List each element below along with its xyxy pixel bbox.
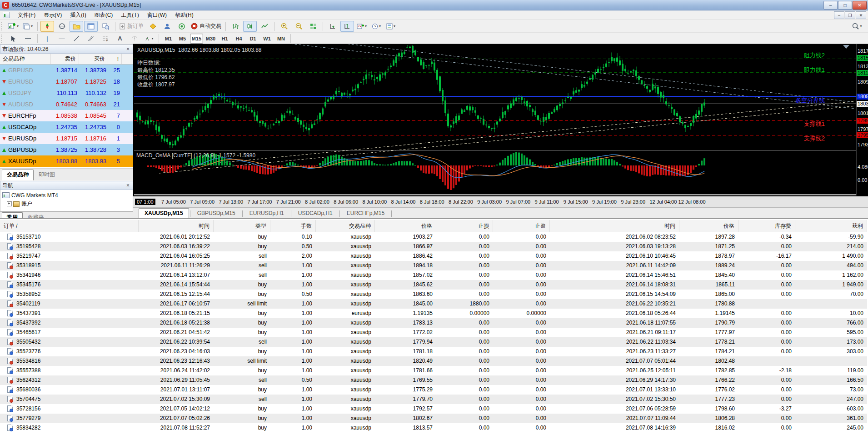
order-row-35402119[interactable]: 354021192021.06.17 06:10:57sell limit1.0… bbox=[0, 299, 867, 309]
orders-column-header-3[interactable]: 手数 bbox=[270, 220, 316, 232]
tree-item-account-server[interactable]: CWG Markets MT4 bbox=[0, 191, 133, 200]
channel-button[interactable] bbox=[84, 33, 98, 44]
order-row-35779279[interactable]: 357792792021.07.07 05:02:26buy1.00xauusd… bbox=[0, 414, 867, 423]
orders-column-header-1[interactable]: 时间 bbox=[139, 220, 214, 232]
order-row-35704475[interactable]: 357044752021.07.02 15:30:09sell1.00xauus… bbox=[0, 395, 867, 404]
market-watch-toggle-button[interactable] bbox=[40, 21, 54, 32]
chart-tab-XAUUSDp,M15[interactable]: XAUUSDp,M15 bbox=[139, 208, 189, 219]
orders-column-header-0[interactable]: 订单 / bbox=[0, 220, 139, 232]
column-header-0[interactable]: 交易品种 bbox=[0, 54, 51, 64]
menu-item-窗[interactable]: 窗口(W) bbox=[143, 10, 171, 20]
chart-canvas[interactable]: XAUUSDp,M15 1802.66 1803.88 1802.05 1803… bbox=[133, 44, 868, 196]
trendline-button[interactable] bbox=[70, 33, 83, 44]
cursor-button[interactable] bbox=[6, 33, 20, 44]
order-row-35834282[interactable]: 358342822021.07.08 11:52:27buy1.00xauusd… bbox=[0, 423, 867, 433]
orders-column-header-6[interactable]: 止损 bbox=[436, 220, 493, 232]
zoom-in-button[interactable] bbox=[277, 21, 291, 32]
order-row-35358952[interactable]: 353589522021.06.15 12:15:44buy0.50xauusd… bbox=[0, 290, 867, 299]
periods-button[interactable]: ▾ bbox=[369, 21, 383, 32]
market-watch-row-AUDUSD[interactable]: AUDUSD0.746420.7466321 bbox=[0, 99, 133, 110]
toolbar-grip[interactable] bbox=[1, 22, 5, 30]
terminal-toggle-button[interactable] bbox=[84, 21, 98, 32]
column-header-1[interactable]: 卖价 bbox=[51, 54, 79, 64]
fibonacci-button[interactable]: F bbox=[99, 33, 112, 44]
auto-scroll-button[interactable] bbox=[326, 21, 339, 32]
profiles-button[interactable]: ▾ bbox=[21, 21, 35, 32]
market-watch-row-XAUUSDp[interactable]: XAUUSDp1803.881803.935 bbox=[0, 155, 133, 167]
close-icon[interactable]: × bbox=[125, 47, 131, 51]
timeframe-button-H1[interactable]: H1 bbox=[218, 34, 231, 44]
chart-tab-EURUSDp,H1[interactable]: EURUSDp,H1 bbox=[244, 208, 290, 219]
candlestick-chart-button[interactable] bbox=[243, 21, 257, 32]
chart-restore-button[interactable]: ❐ bbox=[845, 11, 855, 19]
order-row-35505432[interactable]: 355054322021.06.22 10:39:54sell1.00xauus… bbox=[0, 337, 867, 347]
menu-item-工[interactable]: 工具(T) bbox=[117, 10, 143, 20]
new-chart-button[interactable]: ▾ bbox=[6, 21, 20, 32]
tree-item-accounts[interactable]: 账户 bbox=[0, 200, 133, 208]
news-button[interactable] bbox=[175, 21, 189, 32]
orders-column-header-11[interactable]: 获利 bbox=[795, 220, 867, 232]
zoom-out-button[interactable] bbox=[292, 21, 305, 32]
market-watch-row-EURUSD[interactable]: EURUSD1.187071.1872518 bbox=[0, 76, 133, 87]
chart-shift-button[interactable] bbox=[340, 21, 354, 32]
chart-minimize-button[interactable]: – bbox=[834, 11, 844, 19]
order-row-35437392[interactable]: 354373922021.06.18 05:21:38buy1.00xauusd… bbox=[0, 318, 867, 328]
timeframe-button-W1[interactable]: W1 bbox=[260, 34, 274, 44]
order-row-35680036[interactable]: 356800362021.07.01 13:11:07buy1.00xauusd… bbox=[0, 385, 867, 395]
timeframe-button-M5[interactable]: M5 bbox=[176, 34, 189, 44]
expand-icon[interactable] bbox=[7, 201, 12, 206]
order-row-35219747[interactable]: 352197472021.06.04 16:05:25sell2.00xauus… bbox=[0, 251, 867, 261]
menu-item-图[interactable]: 图表(C) bbox=[90, 10, 117, 20]
community-button[interactable] bbox=[160, 21, 174, 32]
shapes-button[interactable]: ▾ bbox=[142, 33, 156, 44]
order-row-35341946[interactable]: 353419462021.06.14 13:12:07sell1.00xauus… bbox=[0, 270, 867, 280]
chart-tab-USDCADp,H1[interactable]: USDCADp,H1 bbox=[292, 208, 339, 219]
chart-close-button[interactable]: ✕ bbox=[856, 11, 866, 19]
order-row-35728156[interactable]: 357281562021.07.05 14:02:12buy1.00xauusd… bbox=[0, 404, 867, 414]
orders-column-header-10[interactable]: 库存费 bbox=[738, 220, 795, 232]
autotrading-button[interactable]: 自动交易 bbox=[190, 21, 223, 32]
timeframe-button-D1[interactable]: D1 bbox=[246, 34, 259, 44]
timeframe-button-M15[interactable]: M15 bbox=[190, 34, 203, 44]
minimize-button[interactable]: – bbox=[823, 1, 838, 10]
strategy-tester-button[interactable] bbox=[99, 21, 112, 32]
templates-button[interactable]: ▾ bbox=[384, 21, 398, 32]
search-button[interactable]: ▾ bbox=[850, 21, 864, 32]
menu-item-文[interactable]: 文件(F) bbox=[14, 10, 40, 20]
orders-column-header-5[interactable]: 价格 bbox=[375, 220, 436, 232]
market-watch-row-GBPUSDp[interactable]: GBPUSDp1.387251.387283 bbox=[0, 144, 133, 155]
menu-item-帮[interactable]: 帮助(H) bbox=[171, 10, 198, 20]
tab-即时图[interactable]: 即时图 bbox=[34, 170, 60, 180]
order-row-35624312[interactable]: 356243122021.06.29 11:05:45sell0.50xauus… bbox=[0, 375, 867, 385]
crosshair-button[interactable] bbox=[21, 33, 35, 44]
time-axis[interactable]: 07 1:00 7 Jul 05:007 Jul 09:007 Jul 13:0… bbox=[133, 195, 868, 208]
new-order-button[interactable]: 新订单 bbox=[118, 21, 145, 32]
orders-column-header-7[interactable]: 止盈 bbox=[493, 220, 550, 232]
tab-交易品种[interactable]: 交易品种 bbox=[2, 170, 34, 180]
bar-chart-button[interactable] bbox=[229, 21, 242, 32]
orders-column-header-9[interactable]: 价格 bbox=[679, 220, 738, 232]
close-button[interactable]: ✕ bbox=[853, 1, 867, 10]
market-watch-row-EURCHFp[interactable]: EURCHFp1.085381.085457 bbox=[0, 110, 133, 121]
order-row-35523776[interactable]: 355237762021.06.23 04:16:03buy1.00xauusd… bbox=[0, 347, 867, 356]
vertical-line-button[interactable]: | bbox=[40, 33, 54, 44]
data-window-button[interactable] bbox=[55, 21, 69, 32]
order-row-35465617[interactable]: 354656172021.06.21 04:51:42buy1.00xauusd… bbox=[0, 328, 867, 337]
close-icon[interactable]: × bbox=[125, 183, 131, 188]
menu-item-显[interactable]: 显示(V) bbox=[40, 10, 66, 20]
orders-column-header-4[interactable]: 交易品种 bbox=[316, 220, 375, 232]
chart-shift-marker[interactable] bbox=[843, 45, 849, 49]
column-header-3[interactable]: ! bbox=[108, 54, 122, 64]
chart-tab-GBPUSDp,M15[interactable]: GBPUSDp,M15 bbox=[191, 208, 241, 219]
order-row-35437391[interactable]: 354373912021.06.18 05:21:15buy1.00eurusd… bbox=[0, 309, 867, 318]
toolbar-grip[interactable] bbox=[1, 35, 5, 43]
column-header-2[interactable]: 买价 bbox=[79, 54, 108, 64]
chart-tab-EURCHFp,M15[interactable]: EURCHFp,M15 bbox=[341, 208, 390, 219]
timeframe-button-H4[interactable]: H4 bbox=[232, 34, 245, 44]
text-button[interactable]: A bbox=[113, 33, 127, 44]
market-watch-row-EURUSDp[interactable]: EURUSDp1.187151.187161 bbox=[0, 133, 133, 144]
indicators-button[interactable]: ▾ bbox=[355, 21, 369, 32]
market-watch-row-USDCADp[interactable]: USDCADp1.247351.247350 bbox=[0, 121, 133, 133]
market-watch-row-USDJPY[interactable]: USDJPY110.113110.13219 bbox=[0, 87, 133, 99]
timeframe-button-M30[interactable]: M30 bbox=[204, 34, 217, 44]
